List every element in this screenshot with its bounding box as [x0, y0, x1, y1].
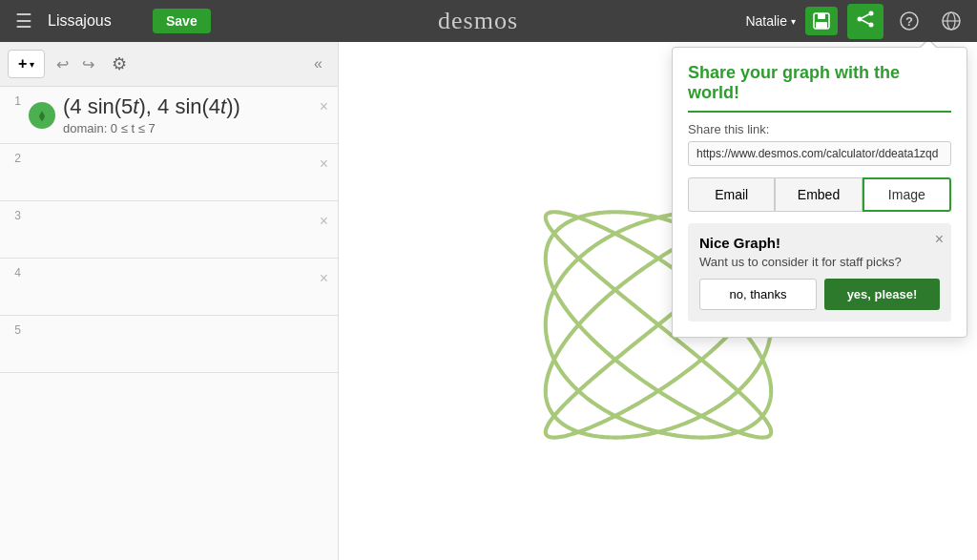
expression-content[interactable]	[29, 165, 330, 180]
remove-expression-button[interactable]: ×	[316, 266, 332, 291]
undo-button[interactable]: ↩	[51, 52, 74, 77]
share-tabs: Email Embed Image	[688, 177, 951, 212]
staff-picks-buttons: no, thanks yes, please!	[699, 279, 940, 310]
svg-line-6	[862, 14, 869, 18]
desmos-logo: desmos	[220, 7, 737, 35]
share-popup: Share your graph with the world! Share t…	[672, 47, 967, 338]
yes-please-button[interactable]: yes, please!	[824, 279, 940, 310]
undo-redo-group: ↩ ↪	[51, 52, 100, 77]
staff-picks-panel: × Nice Graph! Want us to consider it for…	[688, 223, 951, 321]
save-graph-button[interactable]	[805, 7, 838, 35]
expression-formula: (4 sin(5t), 4 sin(4t))	[63, 94, 330, 119]
line-number: 3	[8, 201, 21, 222]
user-menu[interactable]: Natalie ▾	[745, 13, 796, 29]
user-name: Natalie	[745, 13, 787, 29]
staff-picks-title: Nice Graph!	[699, 235, 940, 251]
settings-button[interactable]: ⚙	[106, 50, 133, 78]
share-icon	[855, 9, 876, 30]
expression-row: 1 (4 sin(5t), 4 sin(4t)) domain: 0 ≤ t ≤…	[0, 87, 338, 144]
line-number: 4	[8, 259, 21, 280]
add-expression-button[interactable]: + ▾	[8, 50, 45, 78]
language-button[interactable]	[935, 7, 967, 35]
expression-row: 2 ×	[0, 144, 338, 201]
svg-line-7	[862, 20, 869, 24]
svg-rect-2	[816, 22, 827, 29]
graph-area[interactable]: Share your graph with the world! Share t…	[339, 42, 977, 560]
expression-row: 3 ×	[0, 201, 338, 259]
avatar	[29, 102, 55, 129]
share-link-input[interactable]	[688, 141, 951, 166]
save-button[interactable]: Save	[153, 9, 211, 33]
svg-point-5	[869, 22, 874, 27]
staff-picks-description: Want us to consider it for staff picks?	[699, 255, 940, 269]
plus-icon: +	[18, 55, 27, 73]
remove-expression-button[interactable]: ×	[316, 209, 332, 234]
collapse-sidebar-button[interactable]: «	[306, 52, 330, 76]
share-popup-title: Share your graph with the world!	[688, 63, 951, 113]
graph-title-input[interactable]	[48, 12, 143, 30]
line-number: 1	[8, 87, 21, 108]
expression-content: (4 sin(5t), 4 sin(4t)) domain: 0 ≤ t ≤ 7	[63, 87, 330, 143]
expression-content[interactable]	[29, 337, 330, 352]
remove-expression-button[interactable]: ×	[316, 152, 332, 176]
tab-email[interactable]: Email	[688, 177, 775, 212]
close-staff-picks-button[interactable]: ×	[935, 231, 944, 248]
help-button[interactable]: ?	[893, 7, 925, 35]
top-navigation: ☰ Save desmos Natalie ▾ ?	[0, 0, 977, 42]
share-button[interactable]	[847, 4, 883, 39]
avatar-icon	[33, 107, 51, 124]
hamburger-menu-button[interactable]: ☰	[10, 6, 38, 36]
save-icon	[811, 10, 832, 31]
share-link-label: Share this link:	[688, 122, 951, 136]
hamburger-icon: ☰	[15, 10, 32, 32]
help-icon: ?	[899, 10, 920, 31]
svg-point-4	[858, 16, 863, 21]
tab-embed[interactable]: Embed	[775, 177, 862, 212]
svg-text:?: ?	[905, 14, 913, 29]
expression-content[interactable]	[29, 222, 330, 238]
expression-list: 1 (4 sin(5t), 4 sin(4t)) domain: 0 ≤ t ≤…	[0, 87, 338, 560]
user-chevron-icon: ▾	[791, 16, 796, 27]
line-number: 2	[8, 144, 21, 165]
expression-domain: domain: 0 ≤ t ≤ 7	[63, 121, 330, 135]
main-area: + ▾ ↩ ↪ ⚙ « 1	[0, 42, 977, 560]
expression-row: 5	[0, 316, 338, 373]
remove-expression-button[interactable]: ×	[316, 94, 332, 119]
line-number: 5	[8, 316, 21, 337]
redo-button[interactable]: ↪	[76, 52, 100, 77]
svg-point-3	[869, 10, 874, 15]
expression-content[interactable]	[29, 280, 330, 295]
sidebar-toolbar: + ▾ ↩ ↪ ⚙ «	[0, 42, 338, 87]
globe-icon	[941, 10, 962, 31]
expression-row: 4 ×	[0, 259, 338, 316]
add-chevron-icon: ▾	[30, 59, 34, 70]
no-thanks-button[interactable]: no, thanks	[699, 279, 817, 310]
sidebar: + ▾ ↩ ↪ ⚙ « 1	[0, 42, 339, 560]
svg-rect-1	[818, 13, 825, 19]
tab-image[interactable]: Image	[863, 177, 951, 212]
